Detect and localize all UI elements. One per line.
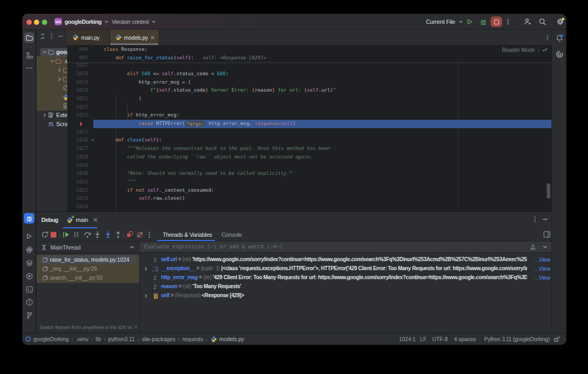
debug-panel-title[interactable]: Debug bbox=[41, 212, 58, 228]
close-session-icon[interactable] bbox=[93, 217, 98, 222]
terminal-tool-button[interactable] bbox=[24, 284, 34, 295]
tree-chevron-icon[interactable] bbox=[42, 112, 48, 118]
tree-item[interactable] bbox=[37, 66, 67, 75]
frame-row[interactable]: search, __init__.py:50 bbox=[37, 273, 139, 282]
view-link[interactable]: View bbox=[539, 265, 550, 272]
variable-name[interactable]: reason bbox=[161, 283, 177, 289]
line-number[interactable]: 997 bbox=[67, 54, 88, 63]
structure-tool-button[interactable] bbox=[24, 50, 34, 60]
tree-item[interactable] bbox=[37, 84, 67, 93]
add-watch-icon[interactable] bbox=[529, 243, 537, 251]
hide-panel-icon[interactable] bbox=[57, 33, 64, 40]
line-number[interactable]: 1030 bbox=[67, 170, 88, 178]
line-number[interactable]: 1019 bbox=[67, 78, 88, 87]
collapse-all-icon[interactable] bbox=[39, 33, 46, 40]
layout-settings-icon[interactable] bbox=[543, 230, 551, 238]
variable-name[interactable]: self.url bbox=[161, 256, 177, 262]
line-number[interactable]: 1026 bbox=[67, 136, 88, 145]
breakpoint-lightning-icon[interactable] bbox=[78, 121, 84, 127]
interpreter[interactable]: Python 3.11 (googleDorking) bbox=[484, 336, 549, 342]
variable-row[interactable]: 1001http_error_msg = {str} '429 Client E… bbox=[140, 273, 551, 282]
variable-name[interactable]: http_error_msg bbox=[161, 274, 198, 280]
pause-icon[interactable] bbox=[72, 230, 81, 239]
indent-config[interactable]: 4 spaces bbox=[454, 336, 476, 342]
tree-item[interactable]: googleDorking bbox=[37, 48, 67, 57]
line-number[interactable]: 1027 bbox=[67, 145, 88, 153]
variable-row[interactable]: 1001reason = {str} 'Too Many Requests' bbox=[140, 282, 551, 291]
tree-item[interactable] bbox=[37, 93, 67, 102]
git-tool-button[interactable] bbox=[24, 310, 34, 320]
line-number[interactable]: 640 bbox=[67, 46, 88, 54]
rerun-icon[interactable] bbox=[41, 230, 49, 239]
editor-scrollbar[interactable] bbox=[547, 183, 550, 199]
variable-row[interactable]: self = {Response} <Response [429]> bbox=[140, 291, 551, 300]
python-packages-tool-button[interactable] bbox=[24, 244, 34, 255]
evaluate-expression-input[interactable]: Evaluate expression (⏎) or add a watch (… bbox=[140, 242, 551, 253]
run-tool-button[interactable] bbox=[24, 231, 34, 242]
step-out-icon[interactable] bbox=[114, 230, 122, 239]
line-number[interactable]: 1033 bbox=[67, 194, 88, 203]
line-number[interactable]: 1020 bbox=[67, 86, 88, 95]
project-name[interactable]: googleDorking bbox=[65, 14, 109, 30]
tree-chevron-icon[interactable] bbox=[49, 58, 55, 64]
debug-button[interactable] bbox=[479, 18, 487, 26]
inspections-ok-icon[interactable] bbox=[541, 46, 548, 53]
more-actions-icon[interactable] bbox=[504, 18, 512, 25]
line-number[interactable]: 1028 bbox=[67, 153, 88, 162]
close-window-button[interactable] bbox=[26, 20, 32, 25]
notifications-bell-icon[interactable] bbox=[554, 33, 565, 43]
tree-item[interactable]: .venv bbox=[37, 57, 67, 66]
line-number[interactable]: 1022 bbox=[67, 103, 88, 112]
tree-item[interactable]: Scratches and Consoles bbox=[37, 120, 67, 129]
chevron-down-icon[interactable] bbox=[542, 244, 548, 250]
tab-console[interactable]: Console bbox=[221, 231, 242, 238]
vcs-widget[interactable]: Version control bbox=[112, 14, 156, 30]
caret-position[interactable]: 1024:1 bbox=[399, 336, 416, 342]
line-number[interactable]: 1034 bbox=[67, 203, 88, 211]
resume-icon[interactable] bbox=[62, 230, 70, 239]
ai-assistant-icon[interactable] bbox=[554, 49, 565, 59]
debug-session-tab[interactable]: main bbox=[66, 212, 98, 228]
more-icon[interactable] bbox=[145, 230, 154, 239]
thread-selector[interactable]: MainThread bbox=[37, 242, 139, 253]
panel-options-icon[interactable] bbox=[48, 33, 55, 40]
line-number[interactable]: 1032 bbox=[67, 186, 88, 195]
tree-chevron-icon[interactable] bbox=[57, 67, 63, 73]
expand-chevron-icon[interactable] bbox=[143, 266, 149, 272]
view-link[interactable]: View bbox=[539, 274, 550, 281]
variable-row[interactable]: 12__exception__ = {tuple: 3} (<class 're… bbox=[140, 264, 551, 273]
lock-icon[interactable] bbox=[553, 335, 560, 342]
step-into-icon[interactable] bbox=[93, 230, 102, 239]
more-tool-windows-button[interactable] bbox=[24, 63, 34, 73]
line-number[interactable]: 1023 bbox=[67, 111, 88, 120]
run-config-selector[interactable]: Current File bbox=[426, 14, 464, 30]
line-number[interactable]: 1031 bbox=[67, 178, 88, 186]
line-number[interactable]: 1018 bbox=[67, 70, 88, 78]
frame-row[interactable]: _req, __init__.py:26 bbox=[37, 264, 139, 273]
debug-tool-button[interactable] bbox=[24, 213, 34, 224]
services-tool-button[interactable] bbox=[24, 271, 34, 281]
hide-debug-panel-icon[interactable] bbox=[541, 216, 549, 223]
view-link[interactable]: View bbox=[539, 256, 550, 263]
encoding[interactable]: UTF-8 bbox=[432, 336, 448, 342]
tree-chevron-icon[interactable] bbox=[42, 49, 48, 55]
editor-area[interactable]: main.py models.py 10171018 elif 500 <= s… bbox=[67, 30, 551, 211]
debug-panel-options-icon[interactable] bbox=[531, 216, 539, 223]
step-over-icon[interactable] bbox=[83, 230, 92, 239]
settings-gear-icon[interactable] bbox=[556, 17, 565, 26]
project-tool-button[interactable] bbox=[24, 32, 34, 43]
tree-item[interactable] bbox=[37, 75, 67, 84]
minimize-window-button[interactable] bbox=[34, 20, 39, 25]
code-with-me-icon[interactable] bbox=[523, 17, 532, 26]
view-breakpoints-icon[interactable] bbox=[126, 230, 134, 239]
tree-item[interactable] bbox=[37, 102, 67, 111]
maximize-window-button[interactable] bbox=[42, 20, 47, 25]
search-everywhere-icon[interactable] bbox=[538, 17, 547, 26]
tree-chevron-icon[interactable] bbox=[57, 76, 63, 82]
reader-mode-label[interactable]: Reader Mode bbox=[502, 45, 535, 54]
frame-row[interactable]: raise_for_status, models.py:1024 bbox=[37, 255, 139, 264]
gutter-dot-icon[interactable] bbox=[92, 139, 94, 141]
line-number[interactable]: 1029 bbox=[67, 162, 88, 170]
variable-name[interactable]: self bbox=[161, 292, 170, 298]
mute-breakpoints-icon[interactable] bbox=[136, 230, 144, 239]
